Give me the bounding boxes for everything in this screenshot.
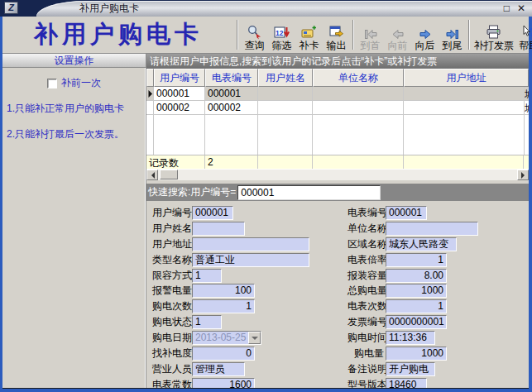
form-row: 发票编号0000000001 bbox=[347, 314, 529, 330]
reissue-previous-checkbox[interactable] bbox=[47, 79, 57, 88]
table-cell[interactable] bbox=[404, 101, 525, 114]
app-window: Z 补用户购电卡 □ ✕ 补用户购电卡 查询12筛选补卡输出到首向前向后到尾补打… bbox=[0, 0, 532, 392]
form-field[interactable]: 100 bbox=[192, 284, 255, 298]
toolbar-reprint-invoice-button[interactable]: 补打发票 bbox=[472, 18, 515, 51]
toolbar-reissue-card-button[interactable]: 补卡 bbox=[295, 18, 323, 51]
table-cell[interactable] bbox=[258, 87, 313, 100]
field-label: 营业人员 bbox=[152, 362, 190, 376]
table-cell[interactable]: 000001 bbox=[154, 87, 205, 100]
form-row: 电表倍率1 bbox=[347, 252, 529, 268]
table-row[interactable]: 000002000002城 bbox=[146, 101, 529, 115]
form-row: 用户编号000001 bbox=[152, 205, 347, 221]
form-field[interactable] bbox=[192, 237, 309, 251]
form-field[interactable]: 管理员 bbox=[192, 362, 245, 376]
close-button[interactable]: ✕ bbox=[517, 2, 525, 15]
scrollbar-track[interactable] bbox=[158, 170, 517, 180]
scroll-right-button[interactable] bbox=[517, 170, 529, 180]
form-field[interactable]: 8.00 bbox=[386, 269, 447, 283]
form-field[interactable] bbox=[192, 222, 245, 236]
scroll-left-button[interactable] bbox=[146, 170, 158, 180]
column-header-0[interactable]: 用户编号 bbox=[154, 69, 205, 87]
form-field[interactable]: 1000 bbox=[386, 284, 447, 298]
table-cell[interactable] bbox=[404, 87, 525, 100]
column-header-3[interactable]: 单位名称 bbox=[313, 69, 404, 87]
date-combo-field[interactable]: 2013-05-25 bbox=[192, 331, 261, 345]
footer-cell bbox=[313, 155, 404, 169]
window-title: 补用户购电卡 bbox=[79, 2, 139, 14]
nav-next-icon bbox=[419, 24, 432, 40]
form-row: 报装容量8.00 bbox=[347, 268, 529, 284]
form-field[interactable]: 普通工业 bbox=[192, 253, 309, 267]
toolbar-go-first-button: 到首 bbox=[357, 18, 384, 51]
field-label: 限容方式 bbox=[152, 269, 190, 283]
form-field[interactable]: 1600 bbox=[192, 378, 255, 388]
toolbar-go-last-button[interactable]: 到尾 bbox=[439, 18, 466, 51]
form-row: 营业人员管理员 bbox=[152, 361, 347, 377]
field-label: 购电状态 bbox=[152, 315, 190, 329]
dropdown-button[interactable] bbox=[248, 332, 261, 344]
form-field[interactable]: 1 bbox=[192, 299, 255, 313]
field-label: 找补电度 bbox=[152, 347, 190, 361]
form-field[interactable]: 1 bbox=[192, 269, 222, 283]
table-cell[interactable] bbox=[313, 87, 404, 100]
table-header: 用户编号电表编号用户姓名单位名称用户地址 bbox=[146, 69, 529, 87]
svg-text:12: 12 bbox=[276, 29, 284, 37]
instruction-bar: 请根据用户申报信息,搜索到该用户的记录后点击“补卡”或补打发票 bbox=[146, 54, 529, 69]
form-field[interactable]: 开户购电 bbox=[386, 362, 435, 376]
form-field[interactable]: 000001 bbox=[386, 206, 427, 220]
toolbar-button-label: 补打发票 bbox=[474, 40, 514, 51]
form-field[interactable]: 18460 bbox=[386, 378, 427, 388]
scrollbar-thumb[interactable] bbox=[160, 170, 178, 179]
toolbar-query-button[interactable]: 查询 bbox=[241, 18, 268, 51]
toolbar-button-label: 筛选 bbox=[272, 40, 292, 51]
table-cell[interactable] bbox=[258, 101, 313, 114]
field-label: 备注说明 bbox=[347, 362, 384, 376]
toolbar-go-next-button[interactable]: 向后 bbox=[411, 18, 439, 51]
toolbar-help-button[interactable]: ?帮助 bbox=[515, 18, 532, 51]
printer-icon bbox=[486, 24, 502, 40]
form-row: 购电时间11:13:36 bbox=[347, 330, 529, 346]
toolbar-export-button[interactable]: 输出 bbox=[323, 18, 350, 51]
field-label: 型号版本 bbox=[347, 378, 384, 388]
form-row: 限容方式1 bbox=[152, 268, 347, 284]
field-label: 用户地址 bbox=[152, 237, 190, 251]
form-field[interactable]: 1000 bbox=[386, 347, 447, 361]
form-field[interactable]: 1 bbox=[386, 253, 447, 267]
table-cell[interactable]: 000001 bbox=[205, 87, 258, 100]
column-header-1[interactable]: 电表编号 bbox=[205, 69, 258, 87]
main-panel: 请根据用户申报信息,搜索到该用户的记录后点击“补卡”或补打发票 用户编号电表编号… bbox=[146, 54, 529, 388]
horizontal-scrollbar[interactable] bbox=[146, 169, 529, 180]
quick-search-label: 快速搜索:用户编号= bbox=[146, 185, 236, 199]
maximize-button[interactable]: □ bbox=[504, 2, 510, 15]
form-field[interactable] bbox=[386, 222, 478, 236]
table-row[interactable]: 000001000001城 bbox=[146, 87, 529, 101]
form-field[interactable]: 城东人民路变 bbox=[386, 237, 457, 251]
form-field[interactable]: 0 bbox=[192, 347, 255, 361]
form-row: 用户地址 bbox=[152, 237, 347, 252]
table-cell[interactable]: 000002 bbox=[205, 101, 258, 114]
empty-cell bbox=[154, 115, 205, 155]
field-label: 用户姓名 bbox=[152, 222, 190, 236]
empty-cell bbox=[258, 115, 313, 155]
form-field[interactable]: 11:13:36 bbox=[386, 331, 435, 345]
record-count-value: 2 bbox=[205, 155, 258, 169]
column-header-2[interactable]: 用户姓名 bbox=[258, 69, 313, 87]
form-row: 报警电量100 bbox=[152, 283, 347, 299]
form-field[interactable]: 000001 bbox=[192, 206, 233, 220]
column-header-4[interactable]: 用户地址 bbox=[404, 69, 529, 87]
table-cell[interactable] bbox=[313, 101, 404, 114]
window-body: 补用户购电卡 查询12筛选补卡输出到首向前向后到尾补打发票?帮助退出 设置操作 … bbox=[2, 17, 529, 389]
svg-text:?: ? bbox=[529, 26, 532, 39]
form-field[interactable]: 1 bbox=[192, 315, 222, 329]
form-field[interactable]: 0000000001 bbox=[386, 315, 447, 329]
table-cell[interactable]: 000002 bbox=[154, 101, 205, 114]
empty-cell bbox=[205, 115, 258, 155]
form-field[interactable]: 1 bbox=[386, 299, 447, 313]
toolbar-filter-button[interactable]: 12筛选 bbox=[268, 18, 295, 51]
form-row: 总购电量1000 bbox=[347, 283, 529, 299]
table-footer: 记录数2 bbox=[146, 155, 529, 169]
sidebar-title: 设置操作 bbox=[2, 54, 146, 68]
toolbar-separator bbox=[468, 20, 470, 50]
app-logo-icon[interactable]: Z bbox=[4, 2, 18, 14]
quick-search-input[interactable] bbox=[237, 185, 381, 200]
